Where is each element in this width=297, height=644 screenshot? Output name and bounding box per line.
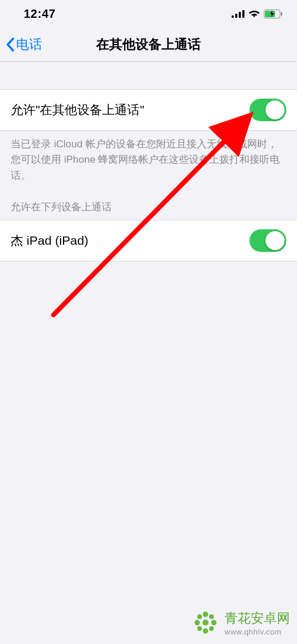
toggle-knob	[266, 231, 285, 250]
allow-calls-toggle[interactable]	[249, 99, 286, 121]
svg-point-11	[203, 629, 208, 634]
watermark-url: www.qhhlv.com	[225, 627, 282, 636]
svg-rect-6	[281, 12, 282, 15]
status-bar: 12:47	[0, 0, 297, 27]
back-label: 电话	[16, 36, 42, 53]
svg-point-16	[197, 626, 202, 631]
device-toggle[interactable]	[249, 229, 286, 252]
cellular-signal-icon	[232, 10, 245, 18]
toggle-knob	[266, 100, 285, 119]
watermark-title: 青花安卓网	[225, 610, 290, 627]
status-indicators	[232, 10, 283, 18]
svg-point-13	[211, 620, 217, 626]
svg-point-10	[203, 612, 208, 617]
status-time: 12:47	[24, 7, 56, 21]
svg-point-12	[195, 620, 200, 626]
svg-point-14	[197, 614, 202, 619]
device-label: 杰 iPad (iPad)	[11, 232, 89, 249]
navigation-bar: 电话 在其他设备上通话	[0, 27, 297, 62]
wifi-icon	[248, 10, 260, 18]
devices-section-header: 允许在下列设备上通话	[0, 184, 297, 220]
svg-rect-2	[239, 12, 241, 18]
svg-rect-0	[232, 15, 234, 18]
battery-icon	[264, 10, 283, 18]
setting-footer-text: 当已登录 iCloud 帐户的设备在您附近且接入无线局域网时，您可以使用 iPh…	[0, 131, 297, 184]
svg-point-9	[203, 620, 208, 626]
svg-point-15	[209, 614, 214, 619]
page-title: 在其他设备上通话	[0, 36, 297, 53]
watermark: 青花安卓网 www.qhhlv.com	[191, 608, 290, 637]
svg-point-17	[209, 626, 214, 631]
chevron-left-icon	[5, 36, 15, 53]
device-row[interactable]: 杰 iPad (iPad)	[0, 220, 297, 261]
svg-rect-1	[235, 14, 238, 18]
allow-calls-label: 允许"在其他设备上通话"	[11, 102, 144, 118]
back-button[interactable]: 电话	[5, 36, 42, 53]
watermark-logo-icon	[191, 608, 220, 637]
allow-calls-row[interactable]: 允许"在其他设备上通话"	[0, 89, 297, 131]
svg-rect-3	[242, 10, 245, 18]
